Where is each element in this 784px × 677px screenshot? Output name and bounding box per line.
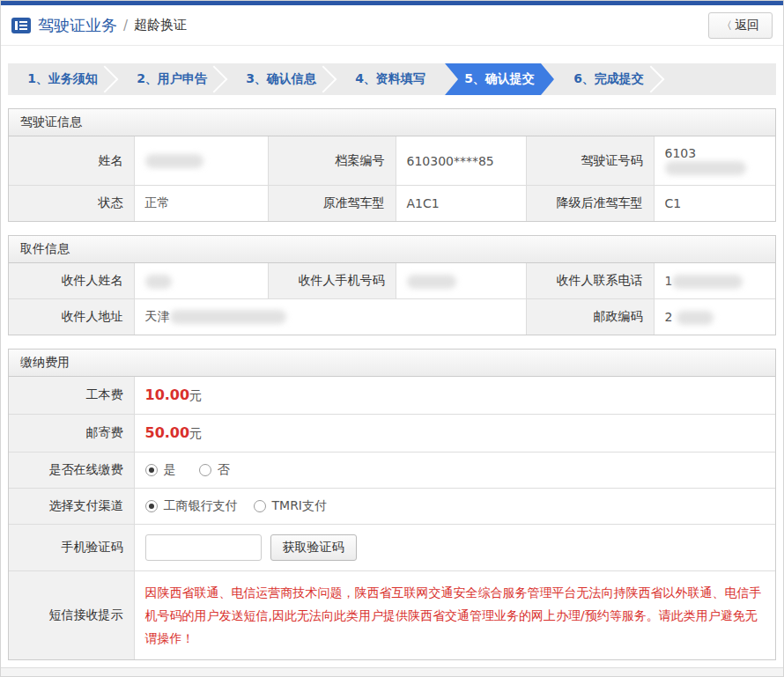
radio-unchecked-icon[interactable]: [199, 464, 211, 476]
step-2-user-declaration[interactable]: 2、用户申告: [117, 63, 226, 95]
pickup-info-panel: 取件信息 收件人姓名 收件人手机号码 收件人联系电话 1 收件人地址 天津 邮政…: [8, 235, 776, 335]
orig-class-value: A1C1: [396, 186, 526, 222]
status-value: 正常: [134, 186, 268, 222]
file-no-value: 610300****85: [396, 136, 526, 186]
redacted-value: [677, 311, 714, 325]
recipient-phone-label: 收件人联系电话: [526, 263, 654, 299]
step-5-confirm-submit[interactable]: 5、确认提交: [445, 63, 554, 95]
chevron-left-icon: 〈: [721, 19, 732, 32]
footer-action-bar: 上一步 完成: [1, 667, 783, 677]
step-progress-bar: 1、业务须知 2、用户申告 3、确认信息 4、资料填写 5、确认提交 6、完成提…: [8, 63, 776, 95]
table-row: 手机验证码 获取验证码: [9, 525, 775, 571]
pickup-info-title: 取件信息: [9, 236, 775, 263]
channel-tmri-radio[interactable]: TMRI支付: [254, 498, 328, 514]
production-fee-value: 10.00元: [134, 377, 775, 415]
recipient-name-value: [134, 263, 268, 299]
recipient-mobile-label: 收件人手机号码: [268, 263, 396, 299]
sms-notice-label: 短信接收提示: [9, 571, 134, 660]
channel-options: 工商银行支付 TMRI支付: [134, 489, 775, 525]
downgraded-class-value: C1: [654, 186, 775, 222]
postage-fee-label: 邮寄费: [9, 415, 134, 453]
online-no-radio[interactable]: 否: [199, 462, 230, 478]
payment-table: 工本费 10.00元 邮寄费 50.00元 是否在线缴费 是 否: [9, 377, 775, 659]
name-value: [134, 136, 268, 186]
step-4-fill-materials[interactable]: 4、资料填写: [336, 63, 445, 95]
license-no-label: 驾驶证号码: [526, 136, 654, 186]
online-yes-radio[interactable]: 是: [145, 462, 176, 478]
step-1-business-notice[interactable]: 1、业务须知: [8, 63, 117, 95]
back-button[interactable]: 〈返回: [708, 12, 773, 39]
redacted-value: [672, 275, 743, 289]
radio-unchecked-icon[interactable]: [254, 500, 266, 512]
table-row: 姓名 档案编号 610300****85 驾驶证号码 6103: [9, 136, 775, 186]
recipient-phone-value: 1: [654, 263, 775, 299]
license-info-panel: 驾驶证信息 姓名 档案编号 610300****85 驾驶证号码 6103 状态…: [8, 108, 776, 222]
table-row: 状态 正常 原准驾车型 A1C1 降级后准驾车型 C1: [9, 186, 775, 222]
table-row: 是否在线缴费 是 否: [9, 453, 775, 489]
get-code-button[interactable]: 获取验证码: [270, 534, 357, 561]
status-label: 状态: [9, 186, 134, 222]
name-label: 姓名: [9, 136, 134, 186]
back-label: 返回: [735, 18, 759, 32]
license-info-table: 姓名 档案编号 610300****85 驾驶证号码 6103 状态 正常 原准…: [9, 136, 775, 221]
online-payment-options: 是 否: [134, 453, 775, 489]
table-row: 短信接收提示 因陕西省联通、电信运营商技术问题，陕西省互联网交通安全综合服务管理…: [9, 571, 775, 660]
sms-notice-text: 因陕西省联通、电信运营商技术问题，陕西省互联网交通安全综合服务管理平台无法向持陕…: [145, 581, 766, 650]
step-6-finish-submit[interactable]: 6、完成提交: [554, 63, 663, 95]
orig-class-label: 原准驾车型: [268, 186, 396, 222]
redacted-value: [145, 275, 172, 289]
recipient-address-value: 天津: [134, 299, 526, 335]
license-business-icon: [11, 18, 31, 33]
table-row: 收件人姓名 收件人手机号码 收件人联系电话 1: [9, 263, 775, 299]
table-row: 选择支付渠道 工商银行支付 TMRI支付: [9, 489, 775, 525]
main-content: 驾驶证信息 姓名 档案编号 610300****85 驾驶证号码 6103 状态…: [1, 108, 783, 660]
breadcrumb-divider: /: [123, 18, 128, 33]
page-title: 超龄换证: [134, 17, 187, 33]
file-no-label: 档案编号: [268, 136, 396, 186]
payment-panel: 缴纳费用 工本费 10.00元 邮寄费 50.00元 是否在线缴费 是 否: [8, 349, 776, 660]
redacted-value: [170, 310, 286, 324]
postage-fee-value: 50.00元: [134, 415, 775, 453]
redacted-value: [407, 275, 456, 289]
redacted-value: [665, 161, 746, 175]
online-payment-label: 是否在线缴费: [9, 453, 134, 489]
recipient-address-label: 收件人地址: [9, 299, 134, 335]
production-fee-label: 工本费: [9, 377, 134, 415]
channel-label: 选择支付渠道: [9, 489, 134, 525]
recipient-name-label: 收件人姓名: [9, 263, 134, 299]
sms-code-label: 手机验证码: [9, 525, 134, 571]
step-3-confirm-info[interactable]: 3、确认信息: [226, 63, 336, 95]
table-row: 收件人地址 天津 邮政编码 2: [9, 299, 775, 335]
sms-notice-text-cell: 因陕西省联通、电信运营商技术问题，陕西省互联网交通安全综合服务管理平台无法向持陕…: [134, 571, 775, 660]
table-row: 邮寄费 50.00元: [9, 415, 775, 453]
postal-code-value: 2: [654, 299, 775, 335]
table-row: 工本费 10.00元: [9, 377, 775, 415]
pickup-info-table: 收件人姓名 收件人手机号码 收件人联系电话 1 收件人地址 天津 邮政编码 2: [9, 263, 775, 335]
sms-code-cell: 获取验证码: [134, 525, 775, 571]
sms-code-input[interactable]: [145, 534, 262, 561]
license-info-title: 驾驶证信息: [9, 109, 775, 136]
page: 驾驶证业务 / 超龄换证 〈返回 1、业务须知 2、用户申告 3、确认信息 4、…: [0, 0, 784, 677]
payment-title: 缴纳费用: [9, 350, 775, 377]
channel-icbc-radio[interactable]: 工商银行支付: [145, 498, 238, 514]
license-no-value: 6103: [654, 136, 775, 186]
header: 驾驶证业务 / 超龄换证 〈返回: [1, 5, 783, 46]
radio-checked-icon[interactable]: [145, 500, 158, 512]
app-title: 驾驶证业务: [38, 15, 117, 36]
recipient-mobile-value: [396, 263, 526, 299]
downgraded-class-label: 降级后准驾车型: [526, 186, 654, 222]
radio-checked-icon[interactable]: [145, 464, 158, 476]
postal-code-label: 邮政编码: [526, 299, 654, 335]
redacted-value: [145, 154, 203, 168]
